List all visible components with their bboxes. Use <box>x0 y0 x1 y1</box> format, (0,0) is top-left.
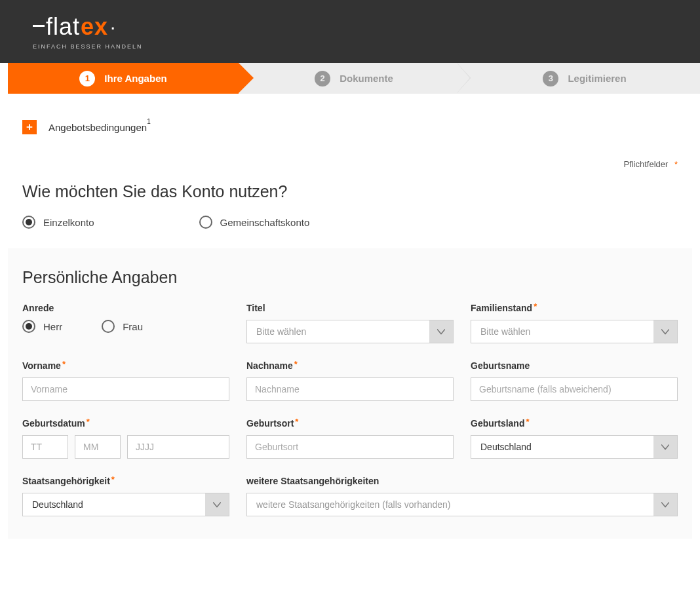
field-familienstand: Familienstand* Bitte wählen <box>471 303 678 343</box>
geburtsland-select[interactable]: Deutschland <box>471 435 678 459</box>
radio-einzelkonto[interactable]: Einzelkonto <box>22 216 94 229</box>
brand-logo-main: flat ex · <box>33 13 143 41</box>
staat-select-value: Deutschland <box>32 499 83 510</box>
account-type-title: Wie möchten Sie das Konto nutzen? <box>22 182 678 201</box>
staat-label: Staatsangehörigkeit* <box>22 476 229 486</box>
step-2[interactable]: 2 Dokumente <box>239 63 469 94</box>
step-1-label: Ihre Angaben <box>104 73 166 84</box>
step-3-num: 3 <box>543 71 558 86</box>
dob-month-input[interactable] <box>75 435 121 459</box>
step-2-num: 2 <box>315 71 330 86</box>
plus-icon: + <box>22 120 37 134</box>
field-staatsangehoerigkeit: Staatsangehörigkeit* Deutschland <box>22 476 229 516</box>
geburtsort-label: Geburtsort* <box>246 418 454 429</box>
required-fields-note: Pflichtfelder * <box>0 159 700 169</box>
asterisk-icon: * <box>526 417 529 427</box>
geburtsland-select-value: Deutschland <box>480 442 532 452</box>
brand-dot: · <box>110 16 116 38</box>
titel-select[interactable]: Bitte wählen <box>246 320 454 343</box>
stepper: 1 Ihre Angaben 2 Dokumente 3 Legitimiere… <box>8 63 700 94</box>
field-geburtsort: Geburtsort* <box>246 418 454 459</box>
weitere-staat-select-value: weitere Staatsangehörigkeiten (falls vor… <box>256 499 451 510</box>
radio-gemeinschaftskonto-label: Gemeinschaftskonto <box>220 217 310 228</box>
asterisk-icon: * <box>111 474 115 484</box>
chevron-down-icon <box>653 436 677 458</box>
field-vorname: Vorname* <box>22 360 229 401</box>
geburtsland-label: Geburtsland* <box>471 418 678 429</box>
dob-day-input[interactable] <box>22 435 68 459</box>
geburtsdatum-label: Geburtsdatum* <box>22 418 229 429</box>
anrede-radio-group: Herr Frau <box>22 320 229 333</box>
dob-year-input[interactable] <box>127 435 229 459</box>
asterisk-icon: * <box>87 417 90 427</box>
field-anrede: Anrede Herr Frau <box>22 303 229 343</box>
asterisk-icon: * <box>62 359 66 369</box>
offer-sup: 1 <box>147 118 151 125</box>
nachname-label: Nachname* <box>246 360 454 371</box>
required-fields-label: Pflichtfelder <box>623 159 668 169</box>
weitere-staat-label: weitere Staatsangehörigkeiten <box>246 476 678 486</box>
geburtsname-input[interactable] <box>471 377 678 401</box>
brand-name-right: ex <box>81 13 108 41</box>
chevron-down-icon <box>653 320 677 343</box>
chevron-down-icon <box>653 493 677 516</box>
titel-label: Titel <box>246 303 454 313</box>
offer-conditions-toggle[interactable]: + Angebotsbedingungen1 <box>22 120 678 134</box>
brand-name-left: flat <box>46 13 80 41</box>
account-type-radio-group: Einzelkonto Gemeinschaftskonto <box>22 216 678 229</box>
vorname-input[interactable] <box>22 377 229 401</box>
personal-details-panel: Persönliche Angaben Anrede Herr Frau <box>8 248 692 539</box>
personal-form-grid: Anrede Herr Frau Titel Bitte wählen <box>22 303 678 516</box>
asterisk-icon: * <box>294 359 298 369</box>
staat-select[interactable]: Deutschland <box>22 493 229 516</box>
geburtsort-input[interactable] <box>246 435 454 459</box>
dob-group <box>22 435 229 459</box>
account-type-section: Wie möchten Sie das Konto nutzen? Einzel… <box>0 169 700 229</box>
step-2-label: Dokumente <box>340 73 393 84</box>
radio-icon <box>199 216 212 229</box>
step-3-label: Legitimieren <box>568 73 626 84</box>
radio-icon <box>22 216 35 229</box>
familienstand-select-value: Bitte wählen <box>480 326 530 337</box>
field-geburtsname: Geburtsname <box>471 360 678 401</box>
logo-dash-icon <box>33 25 45 27</box>
step-1-num: 1 <box>79 71 95 86</box>
chevron-down-icon <box>205 493 229 516</box>
asterisk-icon: * <box>534 301 537 311</box>
radio-herr-label: Herr <box>43 321 62 332</box>
field-titel: Titel Bitte wählen <box>246 303 454 343</box>
vorname-label: Vorname* <box>22 360 229 371</box>
field-geburtsland: Geburtsland* Deutschland <box>471 418 678 459</box>
radio-frau[interactable]: Frau <box>102 320 143 333</box>
field-geburtsdatum: Geburtsdatum* <box>22 418 229 459</box>
familienstand-select[interactable]: Bitte wählen <box>471 320 678 343</box>
asterisk-icon: * <box>295 417 298 427</box>
radio-einzelkonto-label: Einzelkonto <box>43 217 94 228</box>
step-1[interactable]: 1 Ihre Angaben <box>8 63 239 94</box>
familienstand-label: Familienstand* <box>471 303 678 313</box>
weitere-staat-select[interactable]: weitere Staatsangehörigkeiten (falls vor… <box>246 493 678 516</box>
radio-frau-label: Frau <box>123 321 143 332</box>
personal-details-title: Persönliche Angaben <box>22 268 678 287</box>
titel-select-value: Bitte wählen <box>256 326 306 337</box>
brand-tagline: EINFACH BESSER HANDELN <box>33 43 143 50</box>
radio-icon <box>102 320 115 333</box>
chevron-down-icon <box>429 320 453 343</box>
field-weitere-staat: weitere Staatsangehörigkeiten weitere St… <box>246 476 678 516</box>
offer-section: + Angebotsbedingungen1 <box>0 94 700 146</box>
radio-herr[interactable]: Herr <box>22 320 62 333</box>
step-3[interactable]: 3 Legitimieren <box>469 63 700 94</box>
asterisk-icon: * <box>674 159 678 169</box>
radio-gemeinschaftskonto[interactable]: Gemeinschaftskonto <box>199 216 310 229</box>
offer-label: Angebotsbedingungen <box>49 122 147 133</box>
brand-logo: flat ex · EINFACH BESSER HANDELN <box>33 13 143 50</box>
geburtsname-label: Geburtsname <box>471 360 678 371</box>
radio-icon <box>22 320 35 333</box>
nachname-input[interactable] <box>246 377 454 401</box>
content: + Angebotsbedingungen1 Pflichtfelder * W… <box>0 94 700 565</box>
field-nachname: Nachname* <box>246 360 454 401</box>
anrede-label: Anrede <box>22 303 229 313</box>
header-bar: flat ex · EINFACH BESSER HANDELN <box>0 0 700 63</box>
